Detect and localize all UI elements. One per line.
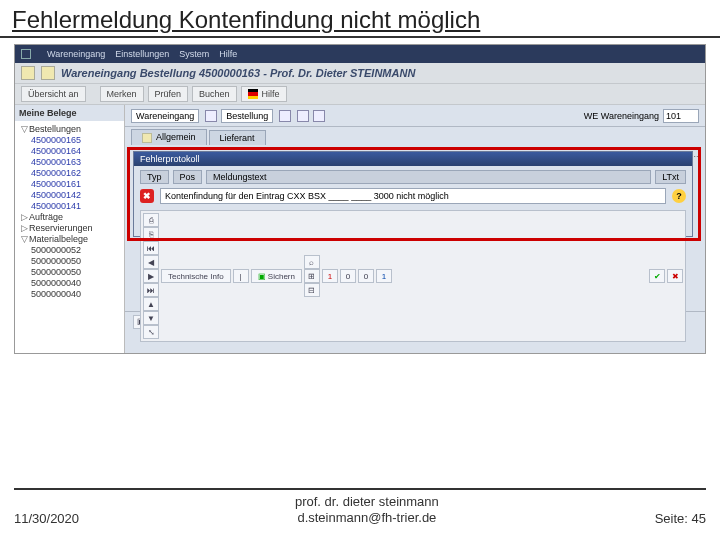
menu-hilfe[interactable]: Hilfe — [219, 49, 237, 59]
mb-item[interactable]: 5000000050 — [31, 267, 120, 277]
btn-hilfe[interactable]: Hilfe — [241, 86, 287, 102]
sap-window: Wareneingang Einstellungen System Hilfe … — [14, 44, 706, 354]
footer-author: prof. dr. dieter steinmann — [295, 494, 439, 509]
nav-btn[interactable]: ▶ — [143, 269, 159, 283]
count-info: 1 — [376, 269, 392, 283]
tab-lieferant[interactable]: Lieferant — [209, 130, 266, 145]
btn-merken[interactable]: Merken — [100, 86, 144, 102]
btn-close[interactable]: ✖ — [667, 269, 683, 283]
misc-btn[interactable]: ⌕ — [304, 255, 320, 269]
app-title-bar: Wareneingang Bestellung 4500000163 - Pro… — [15, 63, 705, 83]
count-yellow: 0 — [340, 269, 356, 283]
tabs: Allgemein Lieferant — [125, 127, 705, 145]
app-icon — [21, 66, 35, 80]
slide-footer: 11/30/2020 prof. dr. dieter steinmann d.… — [14, 488, 706, 527]
col-meldung: Meldungstext — [206, 170, 651, 184]
tab-icon — [142, 133, 152, 143]
po-item[interactable]: 4500000161 — [31, 179, 120, 189]
vendor-icon — [205, 110, 217, 122]
btn-pruefen[interactable]: Prüfen — [148, 86, 189, 102]
search-icon[interactable] — [279, 110, 291, 122]
po-item[interactable]: 4500000141 — [31, 201, 120, 211]
tree: ▽Bestellungen 45000001654500000164450000… — [15, 121, 124, 302]
footer-page: Seite: 45 — [655, 511, 706, 526]
col-ltxt: LTxt — [655, 170, 686, 184]
col-pos: Pos — [173, 170, 203, 184]
po-item[interactable]: 4500000163 — [31, 157, 120, 167]
sel-wareneingang[interactable]: Wareneingang — [131, 109, 199, 123]
slide-title: Fehlermeldung Kontenfindung nicht möglic… — [0, 0, 720, 38]
footer-date: 11/30/2020 — [14, 511, 79, 526]
btn-techinfo[interactable]: Technische Info — [161, 269, 231, 283]
btn-uebersicht[interactable]: Übersicht an — [21, 86, 86, 102]
col-typ: Typ — [140, 170, 169, 184]
mb-item[interactable]: 5000000052 — [31, 245, 120, 255]
expand-icon[interactable]: ▷ — [19, 223, 29, 233]
nav-btn[interactable]: ⎙ — [143, 213, 159, 227]
divider-icon: | — [233, 269, 249, 283]
mb-item[interactable]: 5000000040 — [31, 289, 120, 299]
nav-btn[interactable]: ⏮ — [143, 241, 159, 255]
top-controls: Wareneingang Bestellung WE Wareneingang — [125, 105, 705, 127]
misc-btn[interactable]: ⊞ — [304, 269, 320, 283]
input-bwa[interactable] — [663, 109, 699, 123]
nav-btn[interactable]: ⎘ — [143, 227, 159, 241]
btn-ok[interactable]: ✔ — [649, 269, 665, 283]
count-green: 0 — [358, 269, 374, 283]
app-title: Wareneingang Bestellung 4500000163 - Pro… — [61, 67, 415, 79]
po-item[interactable]: 4500000162 — [31, 168, 120, 178]
app-icon-2 — [41, 66, 55, 80]
mb-item[interactable]: 5000000040 — [31, 278, 120, 288]
nav-btn[interactable]: ◀ — [143, 255, 159, 269]
toggle-icon[interactable] — [297, 110, 309, 122]
nav-btn[interactable]: ▼ — [143, 311, 159, 325]
tab-allgemein[interactable]: Allgemein — [131, 129, 207, 145]
node-auftraege[interactable]: Aufträge — [29, 212, 63, 222]
nav-btn[interactable]: ▲ — [143, 297, 159, 311]
expand-icon[interactable]: ▽ — [19, 234, 29, 244]
nav-btn[interactable]: ⏭ — [143, 283, 159, 297]
popup-titlebar: Fehlerprotokoll — [134, 152, 692, 166]
help-icon[interactable]: ? — [672, 189, 686, 203]
error-popup: Fehlerprotokoll Typ Pos Meldungstext LTx… — [133, 151, 693, 237]
btn-buchen[interactable]: Buchen — [192, 86, 237, 102]
error-row: ✖ Kontenfindung für den Eintrag CXX BSX … — [140, 188, 686, 204]
sel-bestellung[interactable]: Bestellung — [221, 109, 273, 123]
count-red: 1 — [322, 269, 338, 283]
node-matbelege[interactable]: Materialbelege — [29, 234, 88, 244]
sidebar: Meine Belege ▽Bestellungen 4500000165450… — [15, 105, 125, 353]
main-area: Wareneingang Bestellung WE Wareneingang … — [125, 105, 705, 353]
label-we: WE Wareneingang — [584, 111, 659, 121]
menubar: Wareneingang Einstellungen System Hilfe — [15, 45, 705, 63]
node-bestellungen[interactable]: Bestellungen — [29, 124, 81, 134]
expand-icon[interactable]: ▷ — [19, 212, 29, 222]
sidebar-header: Meine Belege — [15, 105, 124, 121]
node-reservierungen[interactable]: Reservierungen — [29, 223, 93, 233]
popup-columns: Typ Pos Meldungstext LTxt — [140, 170, 686, 184]
menu-wareneingang[interactable]: Wareneingang — [47, 49, 105, 59]
po-item[interactable]: 4500000142 — [31, 190, 120, 200]
mb-item[interactable]: 5000000050 — [31, 256, 120, 266]
expand-icon[interactable]: ▽ — [19, 124, 29, 134]
footer-email: d.steinmann@fh-trier.de — [297, 510, 436, 525]
menu-einstellungen[interactable]: Einstellungen — [115, 49, 169, 59]
btn-sichern[interactable]: ▣ Sichern — [251, 269, 302, 283]
error-icon: ✖ — [140, 189, 154, 203]
toggle-icon-2[interactable] — [313, 110, 325, 122]
app-toolbar: Übersicht an Merken Prüfen Buchen Hilfe — [15, 83, 705, 105]
po-item[interactable]: 4500000165 — [31, 135, 120, 145]
error-message: Kontenfindung für den Eintrag CXX BSX __… — [160, 188, 666, 204]
po-item[interactable]: 4500000164 — [31, 146, 120, 156]
popup-toolbar: ⎙⎘⏮◀▶⏭▲▼⤡ Technische Info | ▣ Sichern ⌕⊞… — [140, 210, 686, 342]
menu-system[interactable]: System — [179, 49, 209, 59]
system-menu-icon[interactable] — [21, 49, 31, 59]
misc-btn[interactable]: ⊟ — [304, 283, 320, 297]
flag-de-icon — [248, 89, 258, 99]
nav-btn[interactable]: ⤡ — [143, 325, 159, 339]
